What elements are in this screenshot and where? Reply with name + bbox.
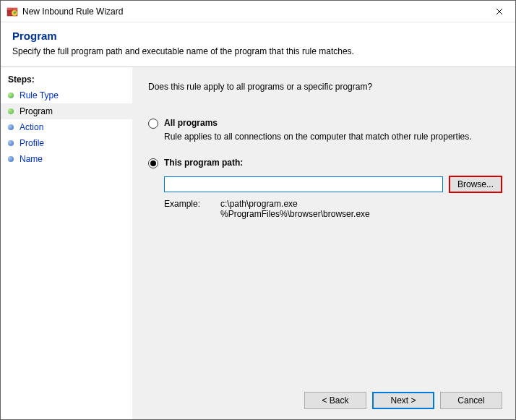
bullet-icon: [8, 108, 14, 114]
bullet-icon: [8, 124, 14, 130]
all-programs-desc: Rule applies to all connections on the c…: [164, 132, 502, 142]
bullet-icon: [8, 156, 14, 162]
step-name[interactable]: Name: [1, 151, 132, 167]
next-button[interactable]: Next >: [372, 392, 434, 409]
page-title: Program: [12, 30, 504, 42]
close-button[interactable]: [483, 1, 515, 22]
this-program-label: This program path:: [164, 158, 243, 168]
step-label: Rule Type: [20, 90, 59, 100]
content: Does this rule apply to all programs or …: [132, 67, 515, 419]
step-label: Program: [20, 106, 53, 116]
sidebar: Steps: Rule Type Program Action Profile …: [1, 67, 132, 419]
bullet-icon: [8, 140, 14, 146]
bullet-icon: [8, 93, 14, 98]
titlebar: New Inbound Rule Wizard: [1, 1, 515, 22]
step-program[interactable]: Program: [1, 103, 132, 119]
header: Program Specify the full program path an…: [1, 22, 515, 67]
step-rule-type[interactable]: Rule Type: [1, 87, 132, 103]
page-desc: Specify the full program path and execut…: [12, 46, 504, 56]
example-label: Example:: [164, 199, 220, 219]
step-label: Profile: [20, 138, 44, 148]
step-profile[interactable]: Profile: [1, 135, 132, 151]
option-this-program[interactable]: This program path:: [148, 158, 502, 168]
footer: < Back Next > Cancel: [148, 385, 502, 409]
example-values: c:\path\program.exe %ProgramFiles%\brows…: [220, 199, 370, 219]
browse-button[interactable]: Browse...: [449, 176, 502, 193]
steps-title: Steps:: [1, 72, 132, 87]
firewall-icon: [7, 6, 18, 17]
step-label: Action: [20, 122, 43, 132]
back-button[interactable]: < Back: [304, 392, 366, 409]
window-title: New Inbound Rule Wizard: [22, 7, 483, 17]
body: Steps: Rule Type Program Action Profile …: [1, 67, 515, 419]
program-path-row: Browse...: [164, 176, 502, 193]
program-path-input[interactable]: [164, 176, 443, 192]
wizard-window: New Inbound Rule Wizard Program Specify …: [0, 0, 516, 420]
option-all-programs[interactable]: All programs: [148, 118, 502, 129]
radio-this-program[interactable]: [148, 158, 158, 168]
example-row: Example: c:\path\program.exe %ProgramFil…: [164, 199, 502, 219]
content-question: Does this rule apply to all programs or …: [148, 82, 502, 92]
step-action[interactable]: Action: [1, 119, 132, 135]
cancel-button[interactable]: Cancel: [440, 392, 502, 409]
radio-all-programs[interactable]: [148, 119, 158, 129]
all-programs-label: All programs: [164, 118, 218, 128]
step-label: Name: [20, 154, 43, 164]
